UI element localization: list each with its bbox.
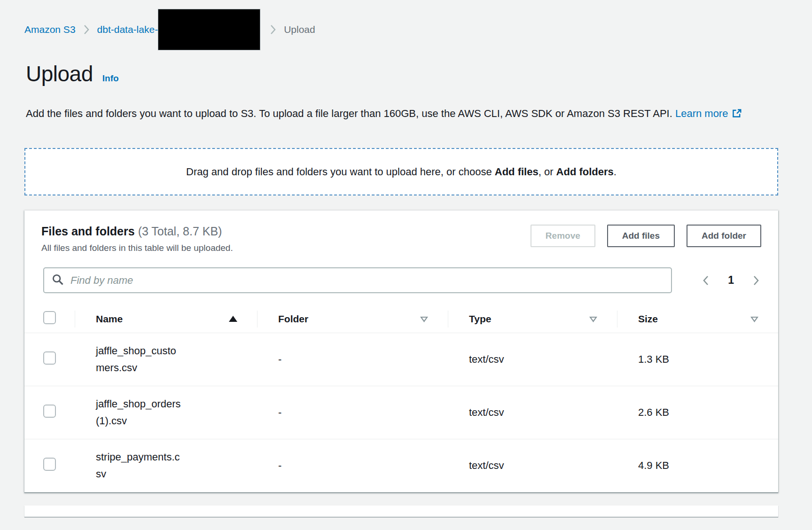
breadcrumb-bucket[interactable]: dbt-data-lake- [97,24,158,35]
panel-heading-group: Files and folders (3 Total, 8.7 KB) All … [41,225,233,253]
row-checkbox[interactable] [43,458,56,471]
intro-description: Add the files and folders you want to up… [26,108,672,119]
table-row: jaffle_shop_orders (1).csv - text/csv 2.… [24,386,778,439]
file-type: text/csv [448,406,617,419]
sort-down-icon[interactable] [589,313,597,325]
breadcrumb-amazon-s3[interactable]: Amazon S3 [24,24,76,35]
breadcrumb-current: Upload [284,24,315,35]
select-all-checkbox[interactable] [43,311,56,324]
intro-text: Add the files and folders you want to up… [26,104,778,125]
file-folder: - [257,353,448,366]
drag-and-drop-zone[interactable]: Drag and drop files and folders you want… [24,148,778,195]
learn-more-link[interactable]: Learn more [675,108,728,119]
sort-down-icon[interactable] [420,313,428,325]
file-size: 1.3 KB [617,353,778,366]
panel-count: (3 Total, 8.7 KB) [138,225,222,238]
file-size: 4.9 KB [617,460,778,472]
panel-subtitle: All files and folders in this table will… [41,243,233,253]
breadcrumb: Amazon S3 dbt-data-lake- Upload [0,0,812,51]
next-page-icon[interactable] [751,274,761,287]
info-link[interactable]: Info [102,73,119,84]
file-name: stripe_payments.csv [75,449,201,483]
column-header-size[interactable]: Size [638,313,658,325]
remove-button[interactable]: Remove [531,225,595,247]
search-box [43,267,672,293]
file-name: jaffle_shop_customers.csv [75,343,201,376]
file-size: 2.6 KB [617,406,778,419]
current-page-number[interactable]: 1 [728,274,734,287]
sort-ascending-icon[interactable] [229,316,237,322]
file-folder: - [257,406,448,419]
file-type: text/csv [448,353,617,366]
files-and-folders-panel: Files and folders (3 Total, 8.7 KB) All … [24,210,778,492]
page-title: Upload [26,61,93,86]
previous-page-icon[interactable] [701,274,711,287]
next-panel-edge [24,506,778,517]
dropzone-text: Drag and drop files and folders you want… [186,166,617,178]
column-header-type[interactable]: Type [469,313,491,325]
table-row: stripe_payments.csv - text/csv 4.9 KB [24,439,778,492]
column-header-folder[interactable]: Folder [278,313,308,325]
sort-down-icon[interactable] [750,313,758,325]
chevron-right-icon [83,23,90,36]
table-row: jaffle_shop_customers.csv - text/csv 1.3… [24,333,778,386]
table-header-row: Name Folder Type [24,305,778,333]
file-name: jaffle_shop_orders (1).csv [75,396,201,429]
add-folder-button[interactable]: Add folder [687,225,761,247]
search-input[interactable] [70,274,664,287]
files-table: Name Folder Type [24,305,778,492]
row-checkbox[interactable] [43,351,56,365]
external-link-icon[interactable] [732,106,742,125]
redaction-box [158,9,260,50]
pagination: 1 [701,274,761,287]
search-icon [52,273,64,288]
chevron-right-icon [270,23,276,36]
column-header-name[interactable]: Name [96,313,123,325]
row-checkbox[interactable] [43,405,56,418]
add-files-button[interactable]: Add files [607,225,675,247]
file-folder: - [257,460,448,472]
page-header: Upload Info [0,61,812,86]
panel-title: Files and folders (3 Total, 8.7 KB) [41,225,233,238]
file-type: text/csv [448,460,617,472]
